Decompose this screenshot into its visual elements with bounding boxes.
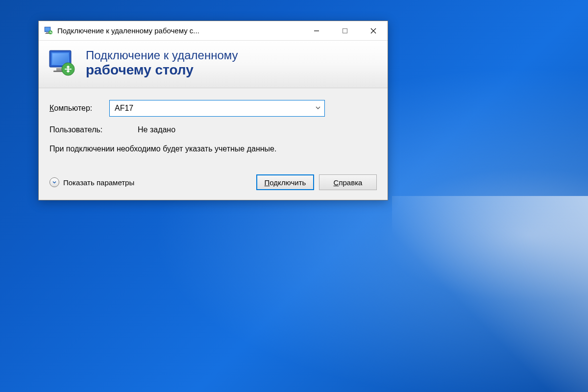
user-row: Пользователь: Не задано	[49, 125, 377, 134]
show-options-label: Показать параметры	[63, 178, 134, 187]
credentials-info-text: При подключении необходимо будет указать…	[49, 143, 377, 155]
header-title-line1: Подключение к удаленному	[86, 49, 238, 62]
footer-section: Показать параметры Подключить Справка	[39, 174, 388, 200]
connect-button[interactable]: Подключить	[256, 174, 314, 190]
rdp-window: Подключение к удаленному рабочему с...	[38, 21, 388, 200]
body-section: Компьютер: Пользователь: Не задано При п…	[39, 88, 388, 174]
footer-buttons: Подключить Справка	[256, 174, 377, 190]
computer-combobox[interactable]	[109, 100, 325, 117]
svg-rect-11	[52, 53, 68, 64]
header-title-line2: рабочему столу	[86, 62, 238, 78]
show-options-toggle[interactable]: Показать параметры	[49, 177, 134, 187]
computer-label: Компьютер:	[49, 104, 103, 113]
window-title: Подключение к удаленному рабочему с...	[57, 26, 302, 35]
computer-row: Компьютер:	[49, 100, 377, 117]
maximize-button[interactable]	[331, 21, 359, 40]
help-button[interactable]: Справка	[319, 174, 377, 190]
svg-rect-1	[45, 27, 50, 31]
minimize-button[interactable]	[302, 21, 331, 40]
header-text: Подключение к удаленному рабочему столу	[86, 49, 238, 78]
rdp-monitor-icon	[47, 48, 78, 79]
user-value: Не задано	[138, 125, 175, 134]
app-icon	[44, 26, 53, 36]
close-button[interactable]	[359, 21, 388, 40]
titlebar[interactable]: Подключение к удаленному рабочему с...	[39, 21, 388, 41]
desktop-background-light2	[392, 196, 588, 392]
header-section: Подключение к удаленному рабочему столу	[39, 41, 388, 88]
chevron-down-circle-icon	[49, 177, 59, 187]
window-controls	[302, 21, 388, 40]
svg-rect-6	[343, 28, 347, 33]
user-label: Пользователь:	[49, 125, 138, 134]
computer-input[interactable]	[109, 100, 325, 117]
